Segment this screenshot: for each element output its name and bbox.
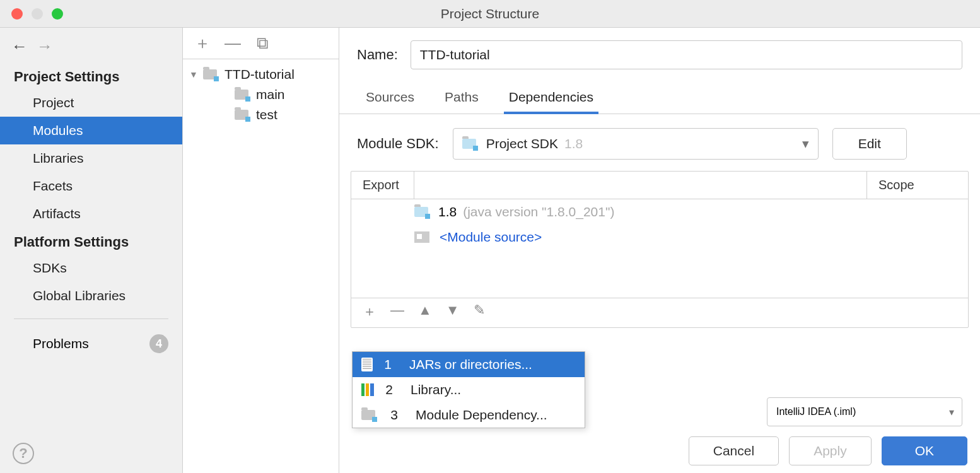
sidebar-item-facets[interactable]: Facets — [0, 172, 182, 200]
sidebar-item-global-libraries[interactable]: Global Libraries — [0, 282, 182, 310]
minimize-icon — [32, 8, 43, 20]
module-tree: ＋ — ⧉ ▼ TTD-tutorial main test — [183, 28, 339, 473]
module-sdk-label: Module SDK: — [357, 136, 439, 152]
down-icon[interactable]: ▼ — [446, 302, 460, 321]
format-select[interactable]: IntelliJ IDEA (.iml) ▾ — [767, 397, 962, 426]
add-icon[interactable]: ＋ — [363, 302, 376, 321]
name-label: Name: — [357, 47, 398, 63]
module-sdk-select[interactable]: Project SDK 1.8 ▾ — [453, 128, 819, 160]
edit-icon[interactable]: ✎ — [474, 302, 485, 321]
problems-label: Problems — [33, 336, 89, 351]
module-icon — [235, 110, 248, 120]
chevron-down-icon: ▾ — [802, 136, 809, 151]
chevron-down-icon: ▾ — [949, 406, 954, 418]
sidebar-item-sdks[interactable]: SDKs — [0, 254, 182, 282]
dependency-row[interactable]: <Module source> — [351, 225, 968, 250]
source-icon — [414, 231, 429, 243]
sidebar: ← → Project Settings Project Modules Lib… — [0, 28, 183, 473]
tab-sources[interactable]: Sources — [363, 83, 417, 114]
maximize-icon[interactable] — [52, 8, 63, 20]
sdk-version: 1.8 — [564, 136, 583, 151]
popup-shortcut: 2 — [382, 382, 393, 397]
section-platform-settings: Platform Settings — [0, 228, 182, 254]
window-controls — [11, 8, 63, 20]
remove-icon[interactable]: — — [390, 302, 404, 321]
dependencies-table: Export Scope 1.8 (java version "1.8.0_20… — [351, 171, 969, 328]
library-icon — [361, 383, 374, 396]
titlebar: Project Structure — [0, 0, 980, 28]
dep-name: <Module source> — [440, 230, 542, 245]
tree-item-label: main — [256, 87, 285, 102]
popup-shortcut: 3 — [387, 407, 398, 423]
name-input[interactable] — [411, 40, 962, 69]
jar-icon — [361, 358, 373, 371]
close-icon[interactable] — [11, 8, 23, 20]
tab-paths[interactable]: Paths — [442, 83, 481, 114]
sidebar-item-modules[interactable]: Modules — [0, 117, 182, 144]
footer: Cancel Apply OK — [339, 429, 980, 473]
format-value: IntelliJ IDEA (.iml) — [776, 406, 856, 418]
chevron-down-icon[interactable]: ▼ — [189, 69, 199, 79]
add-dependency-popup: 1 JARs or directories... 2 Library... 3 … — [352, 351, 585, 428]
add-icon[interactable]: ＋ — [194, 32, 209, 54]
sidebar-item-project[interactable]: Project — [0, 89, 182, 117]
popup-label: Library... — [411, 382, 461, 397]
sdk-value: Project SDK — [486, 136, 558, 151]
dep-name: 1.8 — [438, 204, 457, 219]
sidebar-item-problems[interactable]: Problems 4 — [0, 328, 182, 359]
tab-dependencies[interactable]: Dependencies — [506, 83, 596, 114]
copy-icon[interactable]: ⧉ — [255, 33, 270, 53]
window-title: Project Structure — [0, 6, 980, 21]
ok-button[interactable]: OK — [882, 436, 967, 465]
col-scope: Scope — [867, 172, 968, 199]
edit-button[interactable]: Edit — [832, 128, 907, 160]
help-icon[interactable]: ? — [13, 443, 34, 464]
col-export: Export — [351, 172, 414, 199]
back-icon[interactable]: ← — [11, 37, 28, 56]
col-name — [414, 172, 867, 199]
tree-item-test[interactable]: test — [189, 105, 332, 125]
module-icon — [235, 90, 248, 100]
popup-item-jars[interactable]: 1 JARs or directories... — [353, 352, 585, 377]
sidebar-item-artifacts[interactable]: Artifacts — [0, 200, 182, 228]
popup-label: JARs or directories... — [409, 357, 532, 372]
forward-icon: → — [37, 37, 53, 56]
problems-badge: 4 — [149, 334, 168, 353]
up-icon[interactable]: ▲ — [418, 302, 432, 321]
remove-icon[interactable]: — — [225, 33, 240, 53]
tree-root[interactable]: ▼ TTD-tutorial — [189, 64, 332, 85]
cancel-button[interactable]: Cancel — [689, 436, 779, 465]
module-icon — [203, 69, 217, 79]
sdk-icon — [414, 207, 428, 217]
popup-item-library[interactable]: 2 Library... — [353, 377, 585, 402]
section-project-settings: Project Settings — [0, 62, 182, 89]
popup-shortcut: 1 — [380, 357, 392, 372]
tree-item-main[interactable]: main — [189, 85, 332, 105]
sidebar-item-libraries[interactable]: Libraries — [0, 144, 182, 172]
popup-label: Module Dependency... — [416, 407, 547, 423]
divider — [14, 318, 168, 319]
dependency-row[interactable]: 1.8 (java version "1.8.0_201") — [351, 199, 968, 225]
apply-button: Apply — [789, 436, 872, 465]
dep-suffix: (java version "1.8.0_201") — [463, 204, 614, 219]
module-icon — [361, 410, 375, 420]
popup-item-module-dependency[interactable]: 3 Module Dependency... — [353, 402, 585, 428]
sdk-icon — [462, 139, 476, 149]
tree-root-label: TTD-tutorial — [225, 67, 295, 82]
tree-item-label: test — [256, 107, 277, 122]
